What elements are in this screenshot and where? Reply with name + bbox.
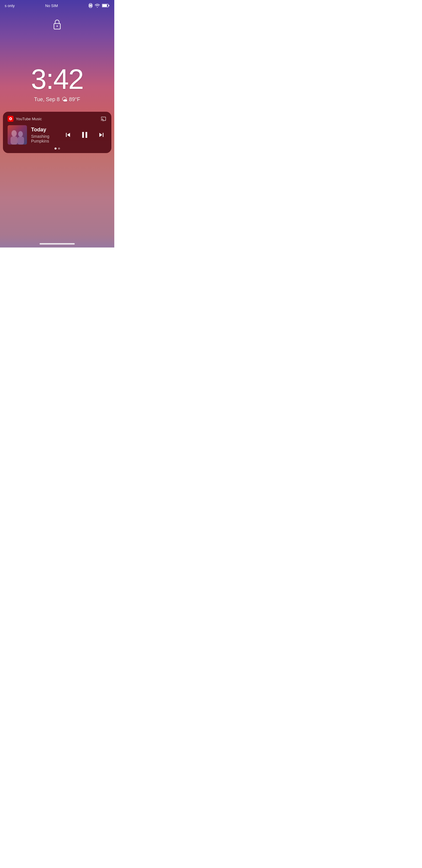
- previous-button[interactable]: [63, 130, 73, 140]
- status-center-text: No SIM: [45, 3, 58, 8]
- dot-2: [58, 148, 60, 150]
- notification-content: Today Smashing Pumpkins: [8, 125, 107, 145]
- home-indicator[interactable]: [39, 243, 75, 245]
- svg-rect-5: [108, 5, 109, 6]
- dots-indicator: [8, 148, 107, 150]
- cast-icon[interactable]: [100, 116, 107, 121]
- notification-card[interactable]: YouTube Music: [3, 112, 111, 153]
- status-icons: [89, 3, 109, 8]
- svg-rect-1: [92, 4, 93, 7]
- svg-rect-17: [8, 125, 27, 145]
- status-left-text: s only: [5, 3, 15, 8]
- time-display: 3:42: [0, 65, 114, 93]
- svg-rect-6: [102, 4, 107, 7]
- svg-rect-0: [89, 4, 89, 7]
- weather-icon: 🌤: [62, 96, 67, 103]
- battery-icon: [102, 3, 109, 8]
- svg-rect-3: [90, 4, 91, 7]
- notification-app: YouTube Music: [8, 116, 42, 122]
- lock-area: [0, 10, 114, 30]
- svg-point-8: [57, 26, 58, 27]
- app-name: YouTube Music: [16, 117, 42, 121]
- wifi-icon: [94, 3, 100, 8]
- next-button[interactable]: [96, 130, 107, 140]
- notification-header: YouTube Music: [8, 116, 107, 122]
- time-section: 3:42 Tue, Sep 8 🌤 89°F: [0, 30, 114, 103]
- temperature-text: 89°F: [69, 96, 80, 103]
- status-bar: s only No SIM: [0, 0, 114, 10]
- playback-controls: [63, 129, 107, 141]
- song-artist: Smashing Pumpkins: [31, 134, 59, 144]
- pause-button[interactable]: [78, 129, 91, 141]
- dot-1: [55, 148, 57, 150]
- vibrate-icon: [89, 3, 93, 8]
- song-info: Today Smashing Pumpkins: [31, 127, 59, 144]
- album-art: [8, 125, 27, 145]
- date-weather: Tue, Sep 8 🌤 89°F: [0, 96, 114, 103]
- lock-icon: [52, 19, 63, 30]
- youtube-music-icon: [8, 116, 13, 122]
- date-text: Tue, Sep 8: [34, 96, 60, 103]
- song-title: Today: [31, 127, 59, 133]
